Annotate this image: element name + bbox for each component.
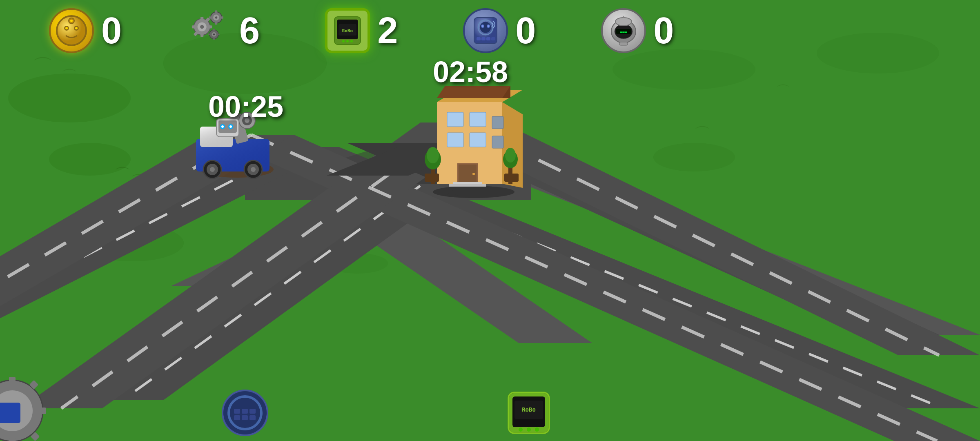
svg-rect-110	[470, 112, 486, 127]
svg-point-29	[75, 27, 78, 29]
svg-point-153	[527, 428, 531, 432]
svg-point-62	[350, 40, 353, 42]
svg-point-73	[488, 25, 489, 27]
phone-robot-icon	[463, 8, 508, 53]
robo-count: 2	[377, 12, 398, 49]
svg-rect-46	[220, 16, 223, 19]
gear-robot-icon	[187, 8, 232, 53]
svg-point-60	[342, 40, 345, 42]
svg-point-43	[215, 16, 218, 19]
svg-rect-144	[249, 409, 256, 414]
hud-item-helmet: ▬▬▬ 0	[601, 8, 674, 53]
robot-timer: 00:25	[208, 90, 283, 123]
svg-rect-44	[215, 11, 218, 13]
svg-rect-143	[242, 409, 248, 414]
coin-robot-icon	[49, 8, 94, 53]
svg-rect-36	[200, 33, 203, 37]
svg-rect-66	[477, 37, 481, 40]
svg-point-152	[519, 428, 523, 432]
svg-rect-54	[208, 33, 211, 35]
gear-count: 6	[239, 12, 260, 49]
svg-text:RoBo: RoBo	[342, 28, 353, 33]
svg-rect-147	[249, 415, 256, 420]
hud-item-phone: 0	[463, 8, 536, 53]
svg-point-34	[200, 25, 204, 29]
svg-rect-69	[491, 37, 495, 40]
svg-point-80	[622, 14, 625, 16]
svg-rect-47	[209, 16, 212, 19]
svg-rect-126	[425, 174, 439, 182]
svg-point-103	[433, 186, 514, 198]
svg-rect-109	[447, 112, 463, 127]
svg-rect-45	[215, 22, 218, 24]
svg-point-72	[482, 25, 483, 27]
svg-rect-146	[242, 415, 248, 420]
building-timer: 02:58	[433, 55, 508, 89]
svg-rect-37	[208, 25, 212, 28]
svg-rect-112	[447, 133, 463, 147]
helmet-robot-icon: ▬▬▬	[601, 8, 646, 53]
helmet-count: 0	[653, 12, 674, 49]
svg-text:▬▬▬: ▬▬▬	[620, 30, 627, 34]
svg-rect-127	[504, 174, 519, 182]
svg-rect-68	[486, 37, 490, 40]
svg-text:RoBo: RoBo	[522, 406, 536, 413]
hud-item-gear: 6	[187, 8, 260, 53]
bottom-left-gear-robot	[0, 370, 65, 441]
svg-rect-132	[9, 438, 16, 441]
svg-point-28	[65, 27, 68, 29]
svg-rect-35	[200, 17, 203, 20]
svg-rect-113	[470, 133, 486, 147]
svg-rect-38	[192, 25, 196, 28]
svg-point-125	[505, 148, 516, 163]
hud: 0	[0, 8, 980, 53]
svg-point-61	[346, 40, 349, 42]
svg-rect-142	[234, 409, 240, 414]
hud-item-robo: RoBo 2	[325, 8, 398, 53]
svg-point-117	[472, 173, 475, 175]
svg-rect-111	[492, 116, 503, 129]
svg-rect-119	[449, 184, 486, 187]
svg-rect-51	[213, 29, 215, 31]
svg-point-31	[70, 20, 73, 22]
svg-rect-133	[40, 408, 46, 414]
building	[416, 69, 531, 202]
robo-robot-icon: RoBo	[325, 8, 370, 53]
coin-count: 0	[101, 12, 122, 49]
svg-point-102	[229, 125, 232, 128]
bottom-center-phone-robot	[218, 386, 272, 441]
hud-item-coin: 0	[49, 8, 122, 53]
svg-rect-145	[234, 415, 240, 420]
svg-rect-139	[0, 403, 20, 423]
svg-rect-131	[9, 377, 16, 383]
svg-rect-114	[492, 136, 503, 148]
bottom-right-robo-robot: RoBo	[502, 386, 555, 441]
svg-point-65	[480, 22, 491, 33]
svg-point-93	[210, 167, 215, 172]
svg-point-96	[251, 167, 256, 172]
svg-rect-81	[619, 42, 628, 45]
svg-point-122	[427, 147, 439, 163]
svg-point-50	[213, 33, 215, 36]
svg-rect-53	[217, 33, 220, 35]
svg-point-101	[221, 125, 224, 128]
phone-count: 0	[515, 12, 536, 49]
svg-rect-52	[213, 38, 215, 40]
svg-point-78	[615, 18, 632, 26]
svg-rect-67	[481, 37, 486, 40]
svg-point-154	[535, 428, 539, 432]
